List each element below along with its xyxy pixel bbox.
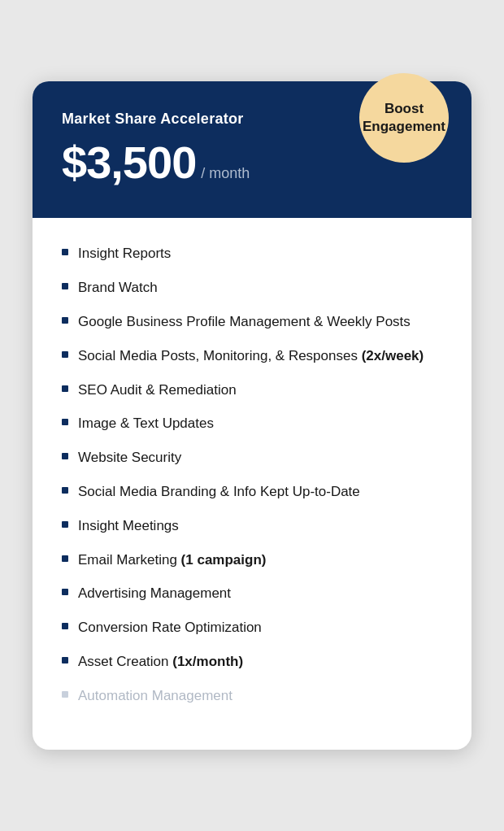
bullet-icon <box>62 487 68 494</box>
feature-item-website-security: Website Security <box>62 448 442 468</box>
feature-item-social-media-branding: Social Media Branding & Info Kept Up-to-… <box>62 482 442 502</box>
feature-item-advertising-management: Advertising Management <box>62 584 442 603</box>
card-header: BoostEngagement Market Share Accelerator… <box>33 81 471 218</box>
feature-text: Automation Management <box>78 686 442 706</box>
feature-text: Image & Text Updates <box>78 414 442 433</box>
pricing-card: BoostEngagement Market Share Accelerator… <box>33 81 471 749</box>
feature-text: Advertising Management <box>78 584 442 603</box>
feature-text: Social Media Branding & Info Kept Up-to-… <box>78 482 442 502</box>
feature-item-google-business: Google Business Profile Management & Wee… <box>62 312 442 332</box>
feature-text: Insight Reports <box>78 244 442 263</box>
bullet-icon <box>62 317 68 324</box>
bullet-icon <box>62 351 68 358</box>
feature-text: SEO Audit & Remediation <box>78 381 442 400</box>
card-body: Insight ReportsBrand WatchGoogle Busines… <box>33 218 471 749</box>
bullet-icon <box>62 657 68 663</box>
bullet-icon <box>62 623 68 629</box>
feature-bold-part: (1x/month) <box>172 654 243 669</box>
bullet-icon <box>62 453 68 459</box>
feature-item-insight-meetings: Insight Meetings <box>62 516 442 536</box>
feature-text: Brand Watch <box>78 278 442 298</box>
bullet-icon <box>62 283 68 289</box>
feature-item-conversion-rate: Conversion Rate Optimization <box>62 618 442 637</box>
feature-text: Conversion Rate Optimization <box>78 618 442 637</box>
feature-bold-part: (2x/week) <box>362 348 424 363</box>
feature-text: Google Business Profile Management & Wee… <box>78 312 442 332</box>
feature-item-seo-audit: SEO Audit & Remediation <box>62 381 442 400</box>
boost-badge: BoostEngagement <box>359 73 449 163</box>
feature-text: Asset Creation (1x/month) <box>78 652 442 672</box>
feature-item-insight-reports: Insight Reports <box>62 244 442 263</box>
badge-text: BoostEngagement <box>363 100 445 136</box>
feature-item-email-marketing: Email Marketing (1 campaign) <box>62 550 442 570</box>
feature-item-automation-management: Automation Management <box>62 686 442 706</box>
bullet-icon <box>62 589 68 595</box>
feature-text: Website Security <box>78 448 442 468</box>
feature-text: Insight Meetings <box>78 516 442 536</box>
feature-item-brand-watch: Brand Watch <box>62 278 442 298</box>
bullet-icon <box>62 521 68 528</box>
feature-text: Social Media Posts, Monitoring, & Respon… <box>78 346 442 366</box>
feature-bold-part: (1 campaign) <box>181 552 267 568</box>
price-amount: $3,500 <box>62 136 196 189</box>
bullet-icon <box>62 385 68 392</box>
feature-text: Email Marketing (1 campaign) <box>78 550 442 570</box>
price-period: / month <box>201 165 250 182</box>
bullet-icon <box>62 555 68 562</box>
features-list: Insight ReportsBrand WatchGoogle Busines… <box>62 244 442 705</box>
bullet-icon <box>62 419 68 425</box>
bullet-icon <box>62 691 68 698</box>
bullet-icon <box>62 249 68 255</box>
feature-item-image-text: Image & Text Updates <box>62 414 442 433</box>
feature-item-asset-creation: Asset Creation (1x/month) <box>62 652 442 672</box>
feature-item-social-media-posts: Social Media Posts, Monitoring, & Respon… <box>62 346 442 366</box>
